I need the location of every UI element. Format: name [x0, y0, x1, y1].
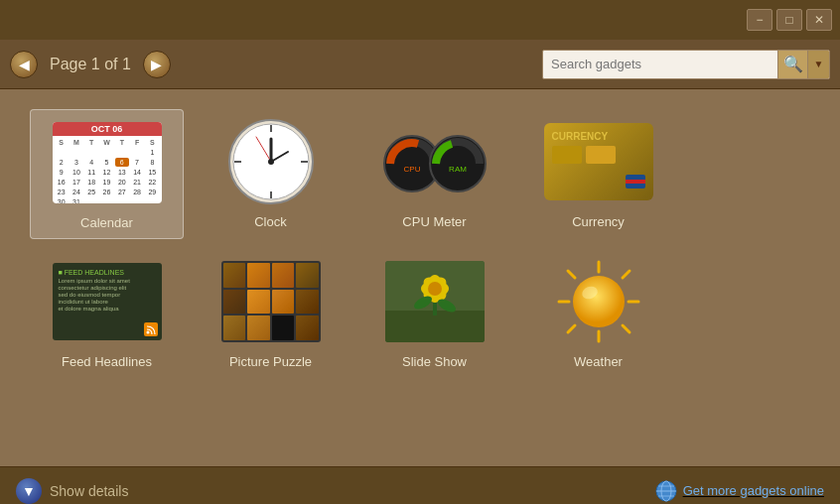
- svg-rect-15: [626, 180, 645, 184]
- search-input[interactable]: [543, 57, 777, 71]
- gadget-feed-headlines-label: Feed Headlines: [62, 354, 152, 369]
- calendar-month: OCT 06: [53, 122, 162, 136]
- svg-point-16: [146, 331, 149, 334]
- search-dropdown-button[interactable]: ▼: [807, 50, 829, 79]
- close-button[interactable]: ✕: [806, 9, 832, 31]
- cpu-meter-icon-container: CPU RAM: [375, 117, 494, 206]
- picture-puzzle-icon: [221, 261, 321, 342]
- svg-line-32: [623, 325, 630, 332]
- gadget-slide-show-label: Slide Show: [402, 354, 467, 369]
- prev-page-button[interactable]: ◀: [10, 51, 38, 78]
- svg-point-35: [573, 276, 625, 327]
- gadget-clock[interactable]: Clock: [194, 109, 348, 239]
- get-more-gadgets-link[interactable]: Get more gadgets online: [655, 480, 824, 502]
- next-page-button[interactable]: ▶: [143, 51, 171, 78]
- gadget-clock-label: Clock: [254, 214, 287, 229]
- search-container: 🔍 ▼: [542, 50, 830, 79]
- cpu-meter-icon: CPU RAM: [380, 122, 490, 201]
- gadget-grid: OCT 06 SMTWTFS 1 2345678 9101112131415 1…: [0, 89, 840, 466]
- calendar-icon-container: OCT 06 SMTWTFS 1 2345678 9101112131415 1…: [48, 118, 167, 207]
- get-more-gadgets-label: Get more gadgets online: [683, 483, 824, 498]
- gadget-weather-label: Weather: [574, 354, 623, 369]
- svg-line-33: [623, 271, 630, 278]
- weather-icon-container: [539, 257, 658, 346]
- minimize-button[interactable]: −: [747, 9, 772, 31]
- show-details-icon: ▼: [16, 478, 42, 504]
- clock-icon-container: [211, 117, 331, 206]
- weather-icon: [549, 257, 648, 346]
- svg-point-24: [428, 282, 442, 296]
- svg-text:RAM: RAM: [449, 165, 467, 174]
- gadget-picture-puzzle-label: Picture Puzzle: [229, 354, 312, 369]
- gadget-currency[interactable]: CURRENCY Currency: [521, 109, 675, 239]
- gadget-weather[interactable]: Weather: [521, 249, 675, 377]
- svg-text:CPU: CPU: [403, 165, 420, 174]
- slide-show-icon: [385, 261, 485, 342]
- show-details-button[interactable]: ▼ Show details: [16, 478, 128, 504]
- calendar-icon: OCT 06 SMTWTFS 1 2345678 9101112131415 1…: [53, 122, 162, 203]
- feed-headlines-icon-container: ■ FEED HEADLINES Lorem ipsum dolor sit a…: [48, 257, 167, 346]
- slide-show-icon-container: [375, 257, 494, 346]
- gadget-calendar-label: Calendar: [80, 215, 133, 230]
- search-button[interactable]: 🔍: [777, 50, 807, 79]
- globe-icon: [655, 480, 677, 502]
- show-details-label: Show details: [50, 483, 128, 499]
- currency-icon-container: CURRENCY: [539, 117, 658, 206]
- svg-point-9: [268, 159, 274, 165]
- gadget-currency-label: Currency: [572, 214, 625, 229]
- calendar-grid: SMTWTFS 1 2345678 9101112131415 16171819…: [53, 136, 162, 203]
- gadget-cpu-meter[interactable]: CPU RAM CPU Meter: [357, 109, 511, 239]
- navbar: ◀ Page 1 of 1 ▶ 🔍 ▼: [0, 40, 840, 89]
- svg-line-34: [568, 325, 575, 332]
- picture-puzzle-icon-container: [211, 257, 331, 346]
- gadget-slide-show[interactable]: Slide Show: [357, 249, 511, 377]
- gadget-picture-puzzle[interactable]: Picture Puzzle: [194, 249, 348, 377]
- maximize-button[interactable]: □: [776, 9, 802, 31]
- gadget-cpu-meter-label: CPU Meter: [402, 214, 466, 229]
- page-info: Page 1 of 1: [50, 56, 131, 73]
- clock-icon: [226, 117, 316, 206]
- svg-line-31: [568, 271, 575, 278]
- bottombar: ▼ Show details Get more gadgets online: [0, 466, 840, 504]
- gadget-feed-headlines[interactable]: ■ FEED HEADLINES Lorem ipsum dolor sit a…: [30, 249, 184, 377]
- feed-headlines-icon: ■ FEED HEADLINES Lorem ipsum dolor sit a…: [53, 263, 162, 340]
- gadget-calendar[interactable]: OCT 06 SMTWTFS 1 2345678 9101112131415 1…: [30, 109, 184, 239]
- titlebar: − □ ✕: [0, 0, 840, 40]
- currency-icon: CURRENCY: [544, 123, 653, 200]
